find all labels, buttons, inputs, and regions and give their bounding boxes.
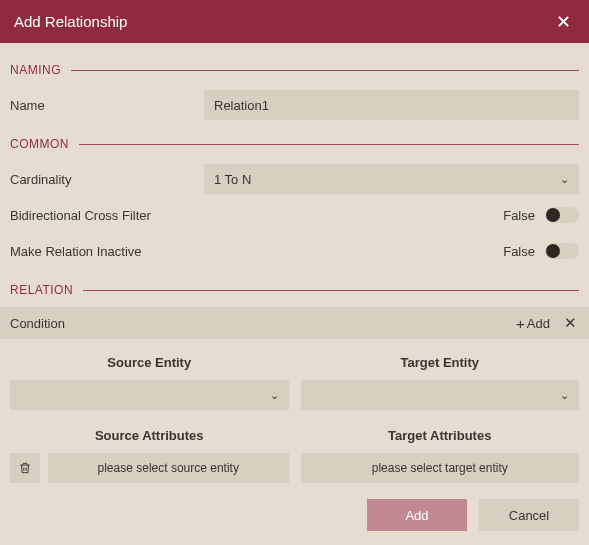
- target-entity-header: Target Entity: [301, 355, 580, 370]
- section-label: RELATION: [10, 283, 83, 297]
- row-inactive: Make Relation Inactive False: [10, 233, 579, 269]
- section-divider: [79, 144, 579, 145]
- target-entity-col: Target Entity ⌄: [301, 355, 580, 410]
- close-icon[interactable]: ✕: [551, 11, 575, 33]
- condition-close-icon[interactable]: ✕: [562, 314, 579, 332]
- condition-label: Condition: [10, 316, 516, 331]
- target-entity-select[interactable]: [301, 380, 580, 410]
- section-divider: [83, 290, 579, 291]
- bidirectional-value: False: [503, 208, 535, 223]
- row-bidirectional: Bidirectional Cross Filter False: [10, 197, 579, 233]
- row-cardinality: Cardinality 1 To N ⌄: [10, 161, 579, 197]
- cardinality-select[interactable]: 1 To N: [204, 164, 579, 194]
- trash-icon: [18, 461, 32, 475]
- inactive-toggle[interactable]: [545, 243, 579, 259]
- cancel-button[interactable]: Cancel: [479, 499, 579, 531]
- condition-bar: Condition + Add ✕: [0, 307, 589, 339]
- entity-grid: Source Entity ⌄ Target Entity ⌄: [10, 355, 579, 410]
- row-name: Name: [10, 87, 579, 123]
- add-relationship-dialog: Add Relationship ✕ NAMING Name COMMON Ca…: [0, 0, 589, 545]
- inactive-value: False: [503, 244, 535, 259]
- titlebar: Add Relationship ✕: [0, 0, 589, 43]
- bidirectional-label: Bidirectional Cross Filter: [10, 208, 503, 223]
- target-attr-header: Target Attributes: [301, 428, 580, 443]
- add-button[interactable]: Add: [367, 499, 467, 531]
- name-input[interactable]: [204, 90, 579, 120]
- source-entity-select[interactable]: [10, 380, 289, 410]
- source-attr-placeholder[interactable]: please select source entity: [48, 453, 289, 483]
- source-entity-header: Source Entity: [10, 355, 289, 370]
- source-attr-header: Source Attributes: [10, 428, 289, 443]
- cardinality-label: Cardinality: [10, 172, 204, 187]
- target-attr-placeholder[interactable]: please select target entity: [301, 453, 580, 483]
- dialog-content: NAMING Name COMMON Cardinality 1 To N ⌄: [0, 43, 589, 495]
- bidirectional-toggle[interactable]: [545, 207, 579, 223]
- inactive-label: Make Relation Inactive: [10, 244, 503, 259]
- attributes-row: Source Attributes please select source e…: [10, 428, 579, 483]
- plus-icon[interactable]: +: [516, 315, 525, 332]
- condition-add-button[interactable]: Add: [527, 316, 550, 331]
- target-attr-col: Target Attributes please select target e…: [301, 428, 580, 483]
- source-entity-col: Source Entity ⌄: [10, 355, 289, 410]
- section-header-relation: RELATION: [10, 283, 579, 297]
- source-attr-col: Source Attributes please select source e…: [10, 428, 289, 483]
- delete-attr-button[interactable]: [10, 453, 40, 483]
- section-label: COMMON: [10, 137, 79, 151]
- section-label: NAMING: [10, 63, 71, 77]
- section-header-common: COMMON: [10, 137, 579, 151]
- dialog-title: Add Relationship: [14, 13, 551, 30]
- name-label: Name: [10, 98, 204, 113]
- dialog-footer: Add Cancel: [0, 495, 589, 545]
- section-header-naming: NAMING: [10, 63, 579, 77]
- section-divider: [71, 70, 579, 71]
